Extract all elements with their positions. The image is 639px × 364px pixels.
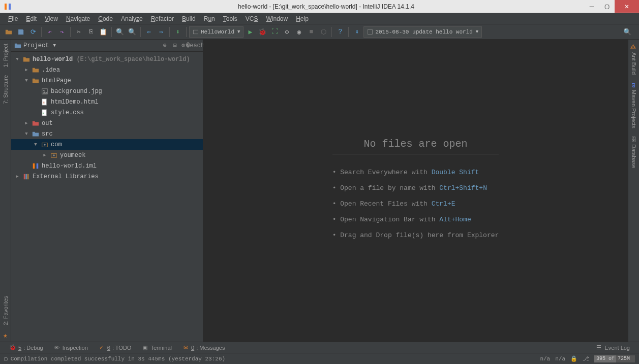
tree-arrow-icon[interactable] [23,120,29,126]
tree-row[interactable]: youmeek [11,150,203,160]
status-encoding-2[interactable]: n/a [555,356,565,362]
copy-icon[interactable]: ⎘ [85,26,97,38]
help-icon[interactable]: ? [334,26,346,38]
tab-todo[interactable]: ✓6: TODO [93,344,137,351]
hide-panel-icon[interactable]: �each [191,41,200,50]
tree-row[interactable]: #style.css [11,107,203,118]
app-logo-icon [2,1,13,12]
tree-arrow-icon[interactable] [33,142,39,147]
menu-file[interactable]: File [4,14,22,23]
tree-label: htmlPage [42,77,71,84]
status-encoding-1[interactable]: n/a [540,356,550,362]
save-all-icon[interactable] [15,26,26,38]
status-lock-icon[interactable]: 🔒 [570,355,577,362]
menu-help[interactable]: Help [292,14,313,23]
minimize-button[interactable]: — [584,0,599,13]
memory-indicator[interactable]: 395 of 725M [594,355,635,362]
tree-row[interactable]: htmlPage [11,75,203,86]
toolbar-separator [111,27,112,37]
tool-tab-maven[interactable]: m Maven Projects [630,79,638,133]
tree-label: out [42,120,53,127]
tree-row[interactable]: src [11,128,203,139]
tab-inspection[interactable]: 👁Inspection [48,344,93,351]
tool-tab-label: 7: Structure [3,75,9,104]
menu-window[interactable]: Window [262,14,292,23]
tree-arrow-icon[interactable] [23,67,29,73]
project-panel-title[interactable]: Project ▼ [14,42,56,49]
menu-navigate[interactable]: Navigate [62,14,94,23]
tool-tab-structure[interactable]: 7: Structure [2,71,10,108]
make-project-icon[interactable]: ⬇ [172,26,184,38]
back-icon[interactable]: ⇐ [143,26,155,38]
editor-hint: Open Navigation Bar with Alt+Home [332,212,499,227]
tool-tab-ant[interactable]: ⁂ Ant Build [629,40,638,79]
attach-icon[interactable]: ◉ [293,26,305,38]
tree-label: src [42,130,53,138]
close-button[interactable]: ✕ [615,0,639,13]
tree-row[interactable]: out [11,118,203,128]
find-icon[interactable]: 🔍 [114,26,126,38]
vcs-update-icon[interactable]: ⬇ [351,26,362,38]
tool-tab-database[interactable]: 🗄 Database [630,133,638,172]
status-icon[interactable]: ▢ [4,355,8,362]
menu-run[interactable]: Run [200,14,219,23]
forward-icon[interactable]: ⇒ [156,26,167,38]
menu-refactor[interactable]: Refactor [147,14,178,23]
tree-label: com [51,141,62,148]
memory-text: 395 of 725M [596,356,630,361]
tree-row[interactable]: com [11,139,203,150]
search-everywhere-icon[interactable]: 🔍 [622,26,633,38]
vcs-changelist-selector[interactable]: 2015-08-30 update hello world ▼ [363,26,482,38]
menu-tools[interactable]: Tools [219,14,241,23]
project-tree[interactable]: hello-world (E:\git_work_space\hello-wor… [11,52,203,342]
run-icon[interactable]: ▶ [245,26,256,38]
tree-arrow-icon[interactable] [14,57,20,62]
tree-arrow-icon[interactable] [14,174,20,179]
android-icon[interactable]: ⬡ [318,26,329,38]
replace-icon[interactable]: 🔍 [127,26,138,38]
status-git-icon[interactable]: ⎇ [583,355,589,362]
run-config-selector[interactable]: HelloWorld ▼ [189,26,244,38]
profile-icon[interactable]: ⚙ [281,26,292,38]
debug-icon[interactable]: 🐞 [257,26,268,38]
editor-area[interactable]: No files are open Search Everywhere with… [203,40,628,342]
tree-row[interactable]: External Libraries [11,171,203,182]
collapse-all-icon[interactable]: ⊟ [170,41,179,50]
stop-icon[interactable]: ■ [306,26,317,38]
redo-icon[interactable]: ↷ [56,26,68,38]
menu-edit[interactable]: Edit [22,14,41,23]
tool-tab-project[interactable]: 1: Project [2,40,10,71]
tab-messages[interactable]: ✉0: Messages [177,344,230,351]
tab-terminal[interactable]: ▣Terminal [136,344,177,351]
editor-hint: Search Everywhere with Double Shift [332,164,499,180]
editor-hints: Search Everywhere with Double ShiftOpen … [332,164,499,243]
tree-row[interactable]: hello-world.iml [11,160,203,171]
tool-tab-label: 1: Project [3,44,9,67]
cut-icon[interactable]: ✂ [73,26,84,38]
svg-point-13 [53,154,55,156]
tree-row[interactable]: background.jpg [11,86,203,96]
tree-arrow-icon[interactable] [42,152,48,158]
menu-build[interactable]: Build [178,14,200,23]
scroll-from-source-icon[interactable]: ⊕ [160,41,169,50]
tool-tab-favorites[interactable]: 2: Favorites [2,292,10,329]
project-panel-header: Project ▼ ⊕ ⊟ ⚙▾ �each [11,40,203,52]
tree-arrow-icon[interactable] [23,78,29,83]
coverage-icon[interactable]: ⛶ [269,26,280,38]
open-file-icon[interactable] [3,26,14,38]
menu-view[interactable]: View [41,14,62,23]
tree-row[interactable]: HhtmlDemo.html [11,96,203,107]
left-tool-gutter: 1: Project 7: Structure 2: Favorites ★ [0,40,11,342]
tab-event-log[interactable]: ☰Event Log [590,344,635,351]
tab-debug[interactable]: 🐞5: Debug [4,344,48,351]
sync-icon[interactable]: ⟳ [27,26,39,38]
menu-vcs[interactable]: VCS [241,14,262,23]
maximize-button[interactable]: ▢ [599,0,615,13]
undo-icon[interactable]: ↶ [44,26,55,38]
tree-row[interactable]: hello-world (E:\git_work_space\hello-wor… [11,54,203,64]
tree-row[interactable]: .idea [11,64,203,75]
tree-arrow-icon[interactable] [23,131,29,137]
menu-code[interactable]: Code [94,14,117,23]
menu-analyze[interactable]: Analyze [117,14,147,23]
paste-icon[interactable]: 📋 [98,26,109,38]
